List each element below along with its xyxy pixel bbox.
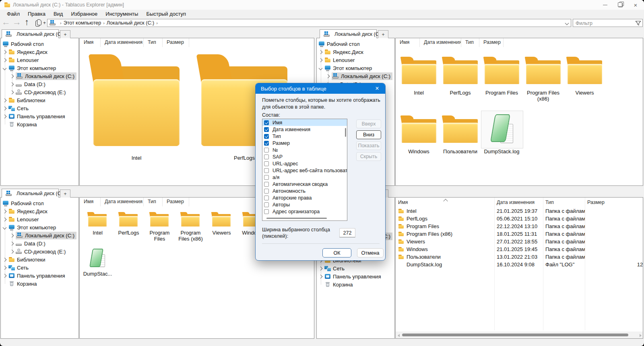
- folder-icon[interactable]: [150, 212, 169, 227]
- column-option[interactable]: Дата изменения: [262, 126, 347, 133]
- tree-item-desktop[interactable]: Рабочий стол: [317, 40, 394, 48]
- column-header-date[interactable]: Дата изменения: [420, 38, 461, 47]
- tree-item-yandex-disk[interactable]: Яндекс.Диск: [317, 48, 394, 56]
- file-label[interactable]: DumpStack.log: [481, 148, 522, 154]
- column-option[interactable]: URL-адрес: [262, 160, 347, 167]
- log-file-icon[interactable]: [90, 248, 106, 268]
- tab-local-disk[interactable]: Локальный диск (C:): [320, 29, 377, 38]
- table-row[interactable]: Пользователи13.01.2022 21:03Папка с файл…: [396, 253, 643, 261]
- folder-icon[interactable]: [568, 57, 602, 84]
- file-label[interactable]: PerfLogs: [113, 230, 144, 236]
- checkbox[interactable]: [264, 182, 269, 187]
- minimize-button[interactable]: [598, 0, 612, 10]
- chevron-right-icon[interactable]: [3, 274, 7, 278]
- chevron-right-icon[interactable]: [3, 257, 7, 262]
- table-row[interactable]: DumpStack.log16.10.2024 9:08Файл "LOG"12…: [396, 261, 643, 268]
- tree-item-recycle-bin[interactable]: Корзина: [1, 120, 78, 128]
- new-tab-button[interactable]: +: [60, 189, 70, 198]
- file-label[interactable]: Program Files (x86): [175, 230, 206, 242]
- close-button[interactable]: ×: [629, 0, 642, 10]
- column-option[interactable]: Имя: [262, 119, 347, 126]
- chevron-right-icon[interactable]: [10, 249, 14, 253]
- chevron-right-icon[interactable]: [10, 90, 14, 94]
- checkbox[interactable]: [264, 175, 269, 180]
- tree-item-libraries[interactable]: Библиотеки: [1, 255, 78, 264]
- tree-item-this-pc[interactable]: Этот компьютер: [317, 64, 394, 72]
- table-row[interactable]: Windows21.01.2025 19:45Папка с файлами: [396, 245, 643, 253]
- checkbox[interactable]: [264, 141, 269, 146]
- folder-icon[interactable]: [443, 115, 478, 143]
- chevron-right-icon[interactable]: [319, 50, 323, 54]
- column-header-date[interactable]: Дата изменения: [494, 200, 543, 205]
- chevron-right-icon[interactable]: [3, 106, 7, 110]
- column-header-size[interactable]: Размер: [163, 38, 189, 47]
- tree-item-lenouser[interactable]: Lenouser: [317, 56, 394, 64]
- column-header-size[interactable]: Размер: [163, 198, 189, 206]
- new-tab-button[interactable]: +: [378, 30, 388, 38]
- log-file-icon[interactable]: [491, 114, 514, 144]
- file-label[interactable]: Intel: [93, 155, 180, 161]
- tree-item-this-pc[interactable]: Этот компьютер: [1, 223, 78, 231]
- column-header-type[interactable]: Тип: [543, 200, 585, 205]
- horizontal-scrollbar[interactable]: [396, 332, 643, 338]
- column-header-name[interactable]: Имя: [80, 38, 101, 47]
- column-option[interactable]: Размер: [262, 140, 347, 146]
- table-row[interactable]: PerfLogs05.06.2021 15:10Папка с файлами: [396, 215, 643, 222]
- column-header-date[interactable]: Дата изменения: [101, 38, 144, 47]
- chevron-right-icon[interactable]: [10, 233, 14, 237]
- chevron-right-icon[interactable]: [319, 266, 323, 270]
- hide-column-button[interactable]: Скрыть: [356, 152, 381, 161]
- tree-item-lenouser[interactable]: Lenouser: [1, 215, 78, 223]
- breadcrumb-this-pc[interactable]: Этот компьютер: [64, 20, 101, 26]
- tree-item-control-panel[interactable]: Панель управления: [1, 272, 78, 280]
- file-label[interactable]: Пользователи: [440, 148, 481, 154]
- breadcrumb-local-disk[interactable]: Локальный диск (C:): [107, 20, 154, 26]
- file-label[interactable]: Intel: [398, 90, 440, 96]
- checkbox[interactable]: [264, 154, 269, 159]
- up-icon[interactable]: ↑: [25, 17, 29, 27]
- file-label[interactable]: PerfLogs: [440, 90, 481, 96]
- new-window-plus[interactable]: +: [43, 20, 46, 26]
- checkbox[interactable]: [264, 148, 269, 152]
- checkbox[interactable]: [264, 196, 269, 200]
- scroll-right-arrow-icon[interactable]: [640, 334, 642, 337]
- tree-item-yandex-disk[interactable]: Яндекс.Диск: [1, 207, 78, 215]
- dialog-close-button[interactable]: ×: [372, 84, 382, 93]
- column-option[interactable]: Автоматическая сводка: [262, 181, 347, 187]
- chevron-right-icon[interactable]: [3, 217, 7, 221]
- folder-icon[interactable]: [485, 57, 519, 84]
- file-label[interactable]: Program Files: [481, 90, 522, 96]
- folder-icon[interactable]: [212, 212, 231, 227]
- chevron-right-icon[interactable]: [10, 82, 14, 86]
- ok-button[interactable]: ОК: [322, 248, 351, 257]
- chevron-right-icon[interactable]: [3, 266, 7, 270]
- checkbox[interactable]: [264, 161, 269, 166]
- address-dropdown-button[interactable]: [564, 20, 570, 26]
- column-option[interactable]: Авторы: [262, 201, 347, 208]
- file-label[interactable]: Viewers: [564, 90, 605, 96]
- column-header-name[interactable]: Имя: [396, 38, 420, 47]
- column-option[interactable]: №: [262, 146, 347, 153]
- chevron-right-icon[interactable]: [3, 98, 7, 102]
- column-header-type[interactable]: Тип: [144, 38, 163, 47]
- chevron-down-icon[interactable]: [3, 66, 7, 70]
- scrollbar-thumb[interactable]: [402, 334, 628, 336]
- folder-icon[interactable]: [443, 57, 478, 84]
- folder-icon[interactable]: [526, 57, 561, 84]
- column-option[interactable]: URL-адрес веб-сайта пользователя: [262, 167, 347, 174]
- table-row[interactable]: Program Files (x86)18.01.2025 11:31Папка…: [396, 230, 643, 238]
- cancel-button[interactable]: Отмена: [357, 248, 384, 257]
- tab-local-disk[interactable]: Локальный диск (C:): [2, 189, 59, 198]
- checkbox[interactable]: [264, 189, 269, 194]
- folder-icon[interactable]: [402, 57, 436, 84]
- tree-item-this-pc[interactable]: Этот компьютер: [1, 64, 78, 72]
- tree-item-network[interactable]: Сеть: [317, 264, 394, 272]
- chevron-right-icon[interactable]: [3, 114, 7, 118]
- tree-item-recycle-bin[interactable]: Корзина: [317, 280, 394, 288]
- tree-item-network[interactable]: Сеть: [1, 264, 78, 272]
- column-option[interactable]: Тип: [262, 133, 347, 140]
- chevron-right-icon[interactable]: [10, 74, 14, 78]
- chevron-down-icon[interactable]: [3, 225, 7, 229]
- dialog-title-bar[interactable]: Выбор столбцов в таблице: [256, 83, 385, 94]
- chevron-right-icon[interactable]: [319, 274, 323, 278]
